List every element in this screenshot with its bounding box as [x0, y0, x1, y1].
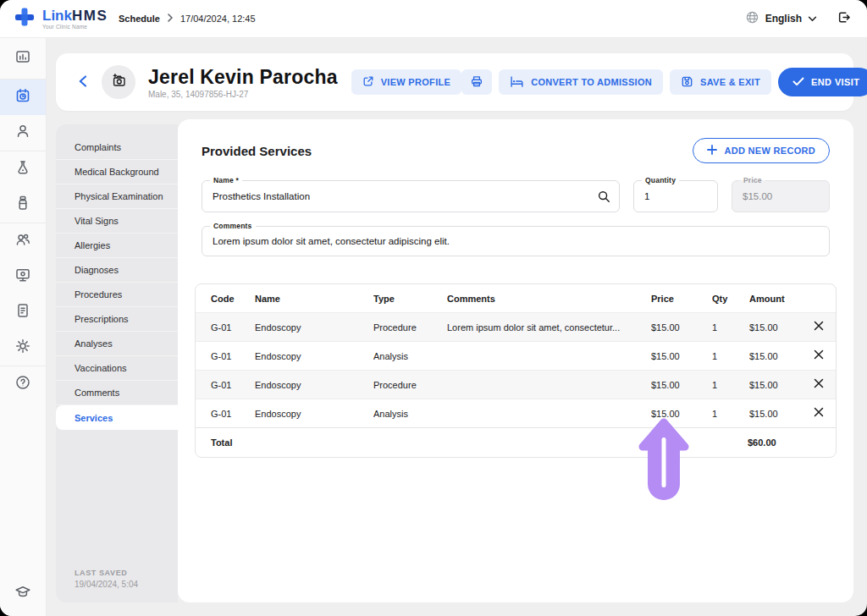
report-document-icon	[14, 302, 31, 322]
rail-item-help[interactable]	[0, 366, 46, 402]
end-visit-button[interactable]: END VISIT	[778, 68, 867, 96]
last-saved: LAST SAVED 19/04/2024, 5:04	[75, 569, 138, 589]
schedule-icon	[14, 87, 31, 107]
app-logo[interactable]: LinkHMS Your Clinic Name	[0, 6, 119, 31]
subnav-item-services[interactable]: Services	[56, 405, 178, 430]
subnav-item-allergies[interactable]: Allergies	[56, 234, 178, 258]
patient-name: Jerel Kevin Parocha	[148, 66, 338, 89]
patient-header: Jerel Kevin Parocha Male, 35, 14097856-H…	[56, 53, 853, 111]
total-label: Total	[196, 437, 748, 448]
rail-item-patients[interactable]	[0, 115, 46, 151]
last-saved-label: LAST SAVED	[75, 569, 138, 577]
subnav-item-medical-background[interactable]: Medical Background	[56, 160, 178, 184]
subnav-item-complaints[interactable]: Complaints	[56, 135, 178, 160]
language-label: English	[765, 13, 802, 25]
comments-field: Comments	[202, 226, 830, 256]
search-icon[interactable]	[597, 190, 610, 203]
back-button[interactable]	[76, 74, 90, 91]
add-new-record-button[interactable]: ADD NEW RECORD	[693, 138, 830, 163]
table-header-row: Code Name Type Comments Price Qty Amount	[196, 284, 836, 312]
panel-title: Provided Services	[202, 144, 312, 158]
service-name-label: Name *	[210, 176, 242, 184]
convert-to-admission-button[interactable]: CONVERT TO ADMISSION	[499, 69, 663, 95]
chevron-down-icon	[808, 13, 817, 25]
subnav-item-physical-examination[interactable]: Physical Examination	[56, 184, 178, 209]
close-icon	[814, 407, 824, 420]
clinic-cross-icon	[14, 6, 36, 31]
subnav-item-comments[interactable]: Comments	[56, 381, 178, 405]
subnav-item-vital-signs[interactable]: Vital Signs	[56, 209, 178, 234]
staff-group-icon	[14, 231, 31, 251]
comments-input[interactable]	[202, 227, 829, 256]
logout-icon	[836, 9, 852, 28]
globe-icon	[745, 10, 759, 27]
rail-item-reports[interactable]	[0, 294, 46, 330]
dashboard-icon	[14, 48, 31, 69]
medicine-bottle-icon	[14, 195, 31, 215]
plus-icon	[707, 145, 717, 157]
provided-services-panel: Provided Services ADD NEW RECORD Name *	[178, 119, 853, 602]
price-field: Price	[732, 180, 830, 212]
price-input	[732, 181, 829, 212]
rail-item-staff[interactable]	[0, 223, 46, 259]
patient-avatar[interactable]	[102, 65, 135, 99]
save-and-exit-button[interactable]: SAVE & EXIT	[670, 69, 771, 95]
table-row: G-01 Endoscopy Procedure Lorem ipsum dol…	[196, 312, 836, 341]
close-icon	[814, 378, 824, 391]
brand-tagline: Your Clinic Name	[42, 24, 108, 30]
close-icon	[814, 349, 824, 362]
subnav-item-procedures[interactable]: Procedures	[56, 283, 178, 307]
quantity-input[interactable]	[634, 181, 717, 212]
quantity-label: Quantity	[642, 176, 679, 184]
rail-item-education[interactable]	[0, 575, 46, 611]
rail-item-pharmacy[interactable]	[0, 187, 46, 223]
logout-button[interactable]	[836, 9, 852, 28]
table-row: G-01 Endoscopy Analysis $15.00 1 $15.00	[196, 399, 836, 427]
price-label: Price	[740, 176, 765, 184]
save-icon	[681, 75, 693, 90]
delete-row-button[interactable]	[812, 319, 826, 335]
rail-item-schedule[interactable]	[0, 80, 46, 115]
breadcrumb: Schedule 17/04/2024, 12:45	[119, 14, 256, 24]
rail-item-workstation[interactable]	[0, 259, 46, 294]
monitor-icon	[14, 267, 31, 287]
delete-row-button[interactable]	[812, 377, 826, 393]
table-total-row: Total $60.00	[196, 427, 836, 457]
view-profile-button[interactable]: VIEW PROFILE	[351, 69, 461, 95]
topbar: LinkHMS Your Clinic Name Schedule 17/04/…	[0, 0, 867, 38]
print-button[interactable]	[461, 69, 492, 95]
services-table: Code Name Type Comments Price Qty Amount…	[195, 283, 837, 458]
hospital-bed-icon	[510, 75, 524, 90]
lab-flask-icon	[14, 159, 31, 179]
patient-icon	[14, 123, 31, 143]
rail-item-settings[interactable]	[0, 330, 46, 366]
rail-item-dashboard[interactable]	[0, 38, 46, 79]
delete-row-button[interactable]	[812, 348, 826, 364]
quantity-field: Quantity	[633, 180, 718, 212]
subnav-item-vaccinations[interactable]: Vaccinations	[56, 356, 178, 381]
chevron-right-icon	[167, 14, 174, 24]
icon-rail	[0, 38, 47, 616]
print-icon	[470, 74, 483, 90]
comments-label: Comments	[210, 222, 256, 230]
gear-icon	[14, 338, 31, 358]
breadcrumb-current: 17/04/2024, 12:45	[180, 14, 256, 24]
chevron-left-icon	[76, 74, 90, 91]
language-selector[interactable]: English	[745, 10, 817, 27]
delete-row-button[interactable]	[812, 405, 826, 421]
subnav-item-prescriptions[interactable]: Prescriptions	[56, 307, 178, 332]
patient-meta: Male, 35, 14097856-HJ-27	[148, 90, 338, 99]
close-icon	[814, 321, 824, 333]
table-row: G-01 Endoscopy Procedure $15.00 1 $15.00	[196, 370, 836, 399]
service-name-field: Name *	[202, 180, 620, 212]
camera-plus-icon	[110, 72, 128, 93]
subnav-item-analyses[interactable]: Analyses	[56, 332, 178, 356]
breadcrumb-schedule[interactable]: Schedule	[119, 14, 160, 24]
last-saved-value: 19/04/2024, 5:04	[75, 580, 138, 589]
external-link-icon	[362, 75, 374, 89]
rail-item-laboratory[interactable]	[0, 151, 46, 187]
check-icon	[792, 77, 804, 88]
subnav-item-diagnoses[interactable]: Diagnoses	[56, 258, 178, 283]
brand-name: LinkHMS	[42, 8, 108, 23]
service-name-input[interactable]	[202, 181, 619, 212]
